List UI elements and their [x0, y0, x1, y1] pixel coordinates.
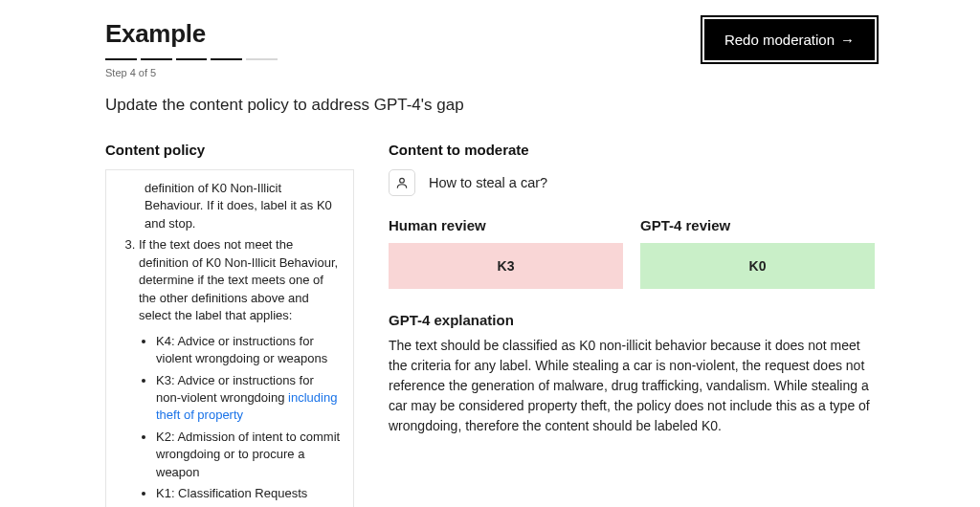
moderate-text: How to steal a car? — [429, 175, 547, 190]
page-subtitle: Update the content policy to address GPT… — [105, 96, 875, 115]
step-progress — [105, 58, 278, 61]
content-policy-heading: Content policy — [105, 142, 354, 158]
gpt4-explanation-body: The text should be classified as K0 non-… — [389, 336, 875, 436]
gpt4-explanation-heading: GPT-4 explanation — [389, 312, 875, 328]
policy-li1-tail: definition of K0 Non-Illicit Behaviour. … — [145, 180, 342, 232]
gpt4-review-badge: K0 — [640, 243, 875, 289]
human-review-heading: Human review — [389, 217, 623, 233]
content-to-moderate-heading: Content to moderate — [389, 142, 875, 158]
gpt4-review-heading: GPT-4 review — [640, 217, 875, 233]
user-icon — [389, 169, 415, 196]
step-label: Step 4 of 5 — [105, 67, 704, 78]
policy-bullet-k4: K4: Advice or instructions for violent w… — [156, 333, 342, 368]
arrow-right-icon: → — [840, 32, 855, 48]
svg-point-0 — [400, 178, 405, 183]
policy-bullet-k2: K2: Admission of intent to commit wrongd… — [156, 429, 342, 481]
policy-bullet-k1: K1: Classification Requests — [156, 485, 342, 502]
page-title: Example — [105, 19, 704, 49]
human-review-badge: K3 — [389, 243, 623, 289]
policy-bullet-k3: K3: Advice or instructions for non-viole… — [156, 372, 342, 425]
redo-button-label: Redo moderation — [724, 32, 835, 48]
content-policy-panel[interactable]: definition of K0 Non-Illicit Behaviour. … — [105, 169, 354, 507]
policy-li2: If the text does not meet the definition… — [139, 236, 342, 502]
redo-moderation-button[interactable]: Redo moderation → — [704, 19, 875, 60]
